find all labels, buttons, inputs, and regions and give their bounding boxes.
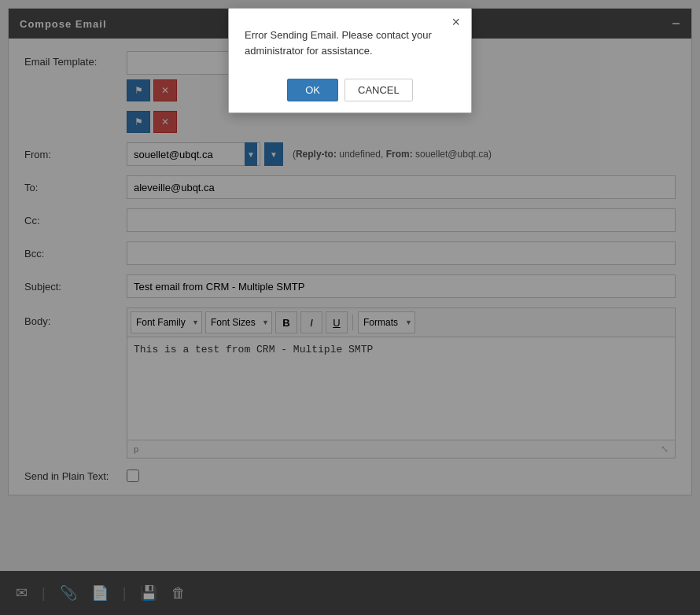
modal-footer: OK CANCEL bbox=[229, 71, 471, 112]
modal-ok-button[interactable]: OK bbox=[287, 79, 338, 101]
modal-error-message: Error Sending Email. Please contact your… bbox=[245, 29, 432, 57]
modal-cancel-button[interactable]: CANCEL bbox=[344, 79, 413, 101]
modal-body: Error Sending Email. Please contact your… bbox=[229, 9, 471, 71]
modal-overlay: × Error Sending Email. Please contact yo… bbox=[0, 0, 700, 615]
error-modal: × Error Sending Email. Please contact yo… bbox=[228, 8, 472, 113]
modal-close-button[interactable]: × bbox=[448, 13, 463, 31]
